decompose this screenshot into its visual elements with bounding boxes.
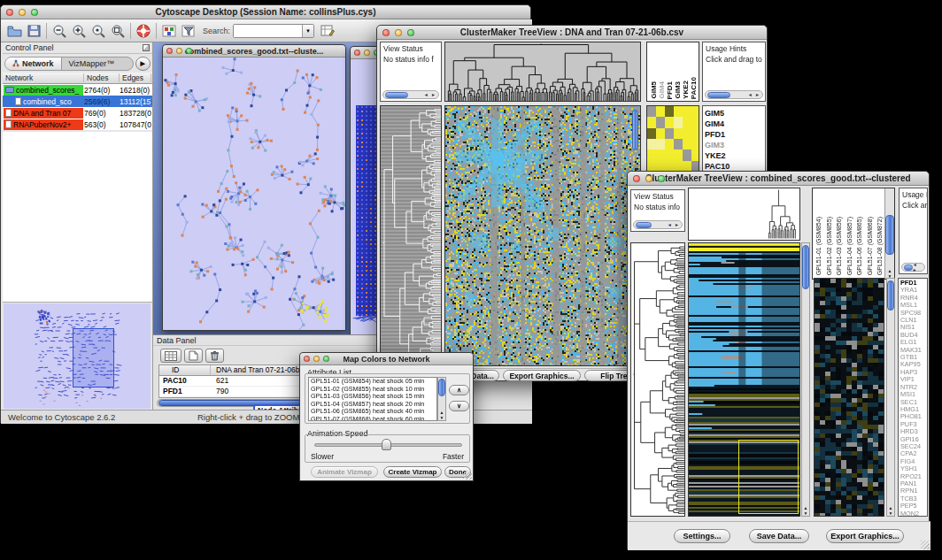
gene-label[interactable]: GIM5 <box>703 108 765 119</box>
close-icon[interactable] <box>304 356 310 362</box>
matrix-cell[interactable] <box>691 150 699 160</box>
tv2-global-dendrogram[interactable] <box>688 188 800 241</box>
attribute-list-item[interactable]: GPL51-07 (GSM868) heat shock 60 min <box>309 416 436 422</box>
network-tree-row[interactable]: combined_sco2569(6)13112(15) <box>3 96 152 107</box>
column-header-id[interactable]: ID <box>159 365 211 375</box>
filter-icon[interactable] <box>179 22 198 40</box>
tv2-hints-scrollbar[interactable]: ◄ ► <box>901 263 925 272</box>
search-combobox[interactable]: ▼ <box>233 24 314 38</box>
open-file-icon[interactable] <box>4 22 24 40</box>
zoom-in-icon[interactable] <box>69 22 89 40</box>
resize-grip[interactable] <box>463 471 472 479</box>
zoom-fit-icon[interactable] <box>108 22 127 40</box>
zoom-window-icon[interactable] <box>186 48 192 54</box>
attribute-browser-icon[interactable] <box>318 22 337 40</box>
matrix-cell[interactable] <box>683 117 691 127</box>
matrix-cell[interactable] <box>691 117 699 127</box>
matrix-cell[interactable] <box>691 128 699 139</box>
matrix-cell[interactable] <box>656 106 665 117</box>
matrix-cell[interactable] <box>683 128 691 139</box>
matrix-cell[interactable] <box>665 150 674 160</box>
matrix-cell[interactable] <box>674 106 683 117</box>
matrix-cell[interactable] <box>674 128 683 139</box>
matrix-cell[interactable] <box>691 139 699 150</box>
minimize-icon[interactable] <box>645 175 652 182</box>
gene-label[interactable]: PFD1 <box>703 129 765 140</box>
matrix-cell[interactable] <box>647 128 656 139</box>
matrix-cell[interactable] <box>647 117 656 127</box>
tab-network[interactable]: Network <box>5 58 62 70</box>
network-canvas[interactable] <box>163 58 345 330</box>
create-vizmap-button[interactable]: Create Vizmap <box>383 466 442 478</box>
network-tree-row[interactable]: RNAPuberNov2+563(0)107847(0) <box>3 119 152 130</box>
network-tree-row[interactable]: DNA and Tran 07769(0)183728(0) <box>3 107 152 119</box>
matrix-cell[interactable] <box>683 106 691 117</box>
tv1-row-dendrogram[interactable] <box>380 105 442 366</box>
network-table-header[interactable]: Network Nodes Edges <box>3 73 152 84</box>
tv2-row-dendrogram[interactable] <box>630 242 685 517</box>
map-dialog-title-bar[interactable]: Map Colors to Network <box>300 353 473 365</box>
matrix-cell[interactable] <box>674 139 683 150</box>
close-icon[interactable] <box>354 50 360 56</box>
zoom-out-icon[interactable] <box>50 22 69 40</box>
gene-label[interactable]: YKE2 <box>703 150 765 161</box>
matrix-cell[interactable] <box>656 117 665 127</box>
new-attribute-icon[interactable] <box>184 349 203 363</box>
matrix-cell[interactable] <box>656 139 665 150</box>
similarity-matrix[interactable] <box>647 106 699 172</box>
export-graphics-button[interactable]: Export Graphics... <box>826 529 904 543</box>
matrix-cell[interactable] <box>656 150 665 160</box>
move-up-button[interactable]: ∧ <box>449 385 469 395</box>
zoom-window-icon[interactable] <box>658 175 665 182</box>
animate-vizmap-button[interactable]: Animate Vizmap <box>311 466 378 478</box>
more-tabs-button[interactable]: ▶ <box>135 57 151 71</box>
export-graphics-button[interactable]: Export Graphics... <box>503 370 581 381</box>
tv2-genelist-scrollbar[interactable]: ▲▼ <box>886 278 895 517</box>
attribute-listbox[interactable]: GPL51-01 (GSM854) heat shock 05 minGPL51… <box>308 377 437 421</box>
network-tree-row[interactable]: combined_scores_2764(0)16218(0) <box>3 84 152 96</box>
attribute-list-scrollbar[interactable]: ▲▼ <box>437 377 446 421</box>
search-input[interactable] <box>234 25 302 37</box>
close-icon[interactable] <box>166 48 173 54</box>
zoom-window-icon[interactable] <box>407 29 414 36</box>
network-view-title-bar[interactable]: combined_scores_good.txt--cluste... <box>163 45 345 58</box>
table-mode-icon[interactable] <box>160 349 181 363</box>
gene-label[interactable]: GIM4 <box>703 119 765 129</box>
zoom-selected-icon[interactable] <box>89 22 108 40</box>
save-data-button[interactable]: Save Data... <box>749 529 809 543</box>
tv2-heatmap-vscrollbar[interactable]: ▲▼ <box>801 242 810 517</box>
minimize-icon[interactable] <box>19 9 26 16</box>
help-lifering-icon[interactable] <box>134 22 153 40</box>
tv2-collabel-scrollbar[interactable]: ▲▼ <box>884 188 894 279</box>
tv1-heatmap[interactable] <box>444 105 641 366</box>
main-title-bar[interactable]: Cytoscape Desktop (Session Name: collins… <box>1 5 530 19</box>
matrix-cell[interactable] <box>665 106 674 117</box>
gene-label[interactable]: MON2 <box>899 510 927 517</box>
tv2-heatmap[interactable] <box>688 242 800 517</box>
tv1-global-dendrogram[interactable] <box>444 42 641 102</box>
treeview1-title-bar[interactable]: ClusterMaker TreeView : DNA and Tran 07-… <box>377 26 767 40</box>
minimize-icon[interactable] <box>176 48 182 54</box>
search-dropdown-icon[interactable]: ▼ <box>302 25 313 37</box>
save-icon[interactable] <box>24 22 43 40</box>
matrix-cell[interactable] <box>683 139 691 150</box>
window-controls[interactable] <box>6 9 38 16</box>
matrix-cell[interactable] <box>674 150 683 160</box>
treeview2-title-bar[interactable]: ClusterMaker TreeView : combined_scores_… <box>628 172 929 186</box>
matrix-cell[interactable] <box>665 117 674 127</box>
move-down-button[interactable]: ∨ <box>449 401 469 411</box>
tv1-status-scrollbar[interactable]: ◄ ► <box>382 90 439 99</box>
matrix-cell[interactable] <box>647 139 656 150</box>
matrix-cell[interactable] <box>665 128 674 139</box>
tv1-hints-scrollbar[interactable]: ◄ ► <box>705 90 763 99</box>
vizmapper-icon[interactable] <box>159 22 179 40</box>
minimize-icon[interactable] <box>364 50 370 56</box>
birdseye-overview[interactable] <box>4 303 151 409</box>
zoom-window-icon[interactable] <box>31 9 38 16</box>
matrix-cell[interactable] <box>647 150 656 160</box>
close-icon[interactable] <box>6 9 13 16</box>
matrix-cell[interactable] <box>683 150 691 160</box>
matrix-cell[interactable] <box>665 139 674 150</box>
tab-vizmapper[interactable]: VizMapper™ <box>62 58 122 70</box>
minimize-icon[interactable] <box>395 29 402 36</box>
